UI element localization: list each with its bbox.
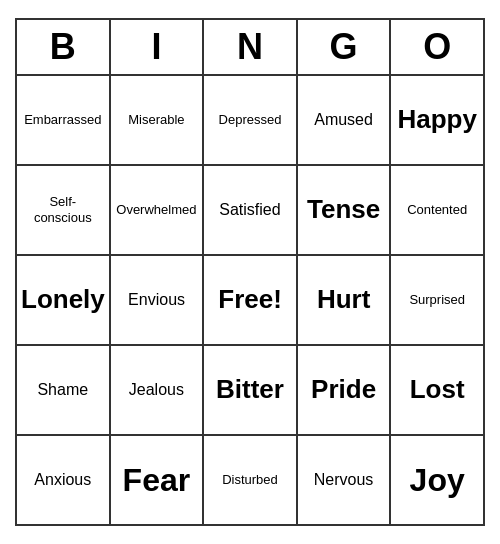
cell-label: Nervous xyxy=(314,470,374,489)
header-letter-text: O xyxy=(423,26,451,68)
cell-label: Overwhelmed xyxy=(116,202,196,218)
bingo-cell-1-3: Tense xyxy=(298,166,392,256)
bingo-header: BINGO xyxy=(17,20,485,76)
header-letter-o: O xyxy=(391,20,485,76)
cell-label: Fear xyxy=(123,461,191,499)
header-letter-text: B xyxy=(50,26,76,68)
bingo-cell-3-3: Pride xyxy=(298,346,392,436)
cell-label: Embarrassed xyxy=(24,112,101,128)
bingo-row-3: ShameJealousBitterPrideLost xyxy=(17,346,485,436)
bingo-cell-2-4: Surprised xyxy=(391,256,485,346)
header-letter-b: B xyxy=(17,20,111,76)
cell-label: Free! xyxy=(218,284,282,315)
cell-label: Miserable xyxy=(128,112,184,128)
cell-label: Depressed xyxy=(219,112,282,128)
bingo-cell-2-1: Envious xyxy=(111,256,205,346)
cell-label: Tense xyxy=(307,194,380,225)
cell-label: Bitter xyxy=(216,374,284,405)
cell-label: Contented xyxy=(407,202,467,218)
cell-label: Shame xyxy=(37,380,88,399)
bingo-cell-3-1: Jealous xyxy=(111,346,205,436)
bingo-cell-3-4: Lost xyxy=(391,346,485,436)
bingo-cell-3-0: Shame xyxy=(17,346,111,436)
cell-label: Self-conscious xyxy=(21,194,105,225)
cell-label: Amused xyxy=(314,110,373,129)
cell-label: Hurt xyxy=(317,284,370,315)
header-letter-i: I xyxy=(111,20,205,76)
cell-label: Pride xyxy=(311,374,376,405)
cell-label: Disturbed xyxy=(222,472,278,488)
cell-label: Joy xyxy=(410,461,465,499)
cell-label: Surprised xyxy=(409,292,465,308)
bingo-cell-2-0: Lonely xyxy=(17,256,111,346)
bingo-cell-1-2: Satisfied xyxy=(204,166,298,256)
header-letter-text: G xyxy=(330,26,358,68)
header-letter-n: N xyxy=(204,20,298,76)
bingo-cell-4-2: Disturbed xyxy=(204,436,298,526)
bingo-card: BINGO EmbarrassedMiserableDepressedAmuse… xyxy=(15,18,485,526)
bingo-cell-1-0: Self-conscious xyxy=(17,166,111,256)
header-letter-text: I xyxy=(151,26,161,68)
cell-label: Lonely xyxy=(21,284,105,315)
bingo-cell-0-3: Amused xyxy=(298,76,392,166)
bingo-row-1: Self-consciousOverwhelmedSatisfiedTenseC… xyxy=(17,166,485,256)
bingo-cell-2-2: Free! xyxy=(204,256,298,346)
bingo-cell-4-4: Joy xyxy=(391,436,485,526)
bingo-cell-3-2: Bitter xyxy=(204,346,298,436)
bingo-cell-0-1: Miserable xyxy=(111,76,205,166)
bingo-cell-4-0: Anxious xyxy=(17,436,111,526)
cell-label: Lost xyxy=(410,374,465,405)
bingo-cell-1-1: Overwhelmed xyxy=(111,166,205,256)
header-letter-g: G xyxy=(298,20,392,76)
cell-label: Envious xyxy=(128,290,185,309)
bingo-row-0: EmbarrassedMiserableDepressedAmusedHappy xyxy=(17,76,485,166)
bingo-row-4: AnxiousFearDisturbedNervousJoy xyxy=(17,436,485,526)
cell-label: Happy xyxy=(397,104,476,135)
bingo-cell-0-0: Embarrassed xyxy=(17,76,111,166)
header-letter-text: N xyxy=(237,26,263,68)
bingo-grid: EmbarrassedMiserableDepressedAmusedHappy… xyxy=(17,76,485,526)
bingo-cell-1-4: Contented xyxy=(391,166,485,256)
bingo-cell-4-3: Nervous xyxy=(298,436,392,526)
bingo-cell-4-1: Fear xyxy=(111,436,205,526)
cell-label: Anxious xyxy=(34,470,91,489)
bingo-cell-2-3: Hurt xyxy=(298,256,392,346)
cell-label: Satisfied xyxy=(219,200,280,219)
bingo-row-2: LonelyEnviousFree!HurtSurprised xyxy=(17,256,485,346)
bingo-cell-0-2: Depressed xyxy=(204,76,298,166)
bingo-cell-0-4: Happy xyxy=(391,76,485,166)
cell-label: Jealous xyxy=(129,380,184,399)
